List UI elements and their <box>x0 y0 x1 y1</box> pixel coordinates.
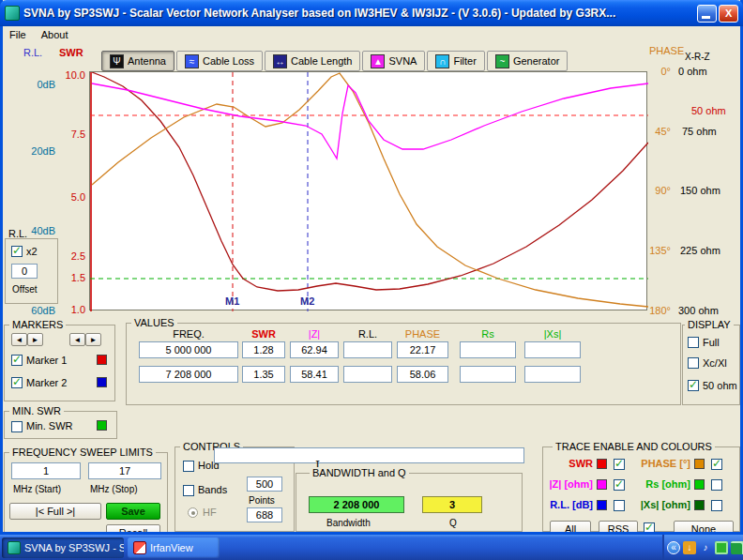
marker1-step-right-button[interactable]: ► <box>27 333 43 346</box>
marker1-checkbox[interactable] <box>11 355 23 366</box>
trace-rl-swatch <box>597 500 607 510</box>
xrz-axis-title: X-R-Z <box>685 52 710 62</box>
freq-start-field[interactable] <box>11 462 81 479</box>
swr-tick-1-5: 1.5 <box>57 272 85 283</box>
m2-rs-value <box>460 366 516 383</box>
hold-checkbox[interactable] <box>183 461 194 472</box>
trace-rss-checkbox[interactable] <box>644 522 655 532</box>
toolbar-filter-button[interactable]: ∩ Filter <box>427 51 484 71</box>
display-full-label: Full <box>703 337 720 348</box>
marker1-step-left-button[interactable]: ◄ <box>11 333 27 346</box>
points-label: Points <box>249 495 275 506</box>
trace-z-swatch <box>597 479 607 490</box>
trace-panel: TRACE ENABLE AND COLOURS SWR PHASE [°] |… <box>542 446 740 532</box>
marker2-step-left-button[interactable]: ◄ <box>69 333 85 346</box>
swr-tick-5: 5.0 <box>57 191 85 203</box>
generator-icon: ~ <box>495 54 509 68</box>
display-full-checkbox[interactable] <box>688 337 699 348</box>
hf-radio[interactable] <box>188 507 198 518</box>
recall-button[interactable]: Recall <box>106 524 160 532</box>
ohm-tick-225: 225 ohm <box>680 245 720 256</box>
m1-phase-value: 22.17 <box>397 341 448 358</box>
display-50ohm-checkbox[interactable] <box>688 380 699 391</box>
hf-label: HF <box>203 507 217 518</box>
trace-all-button[interactable]: All <box>550 521 591 532</box>
offset-field[interactable] <box>11 264 38 279</box>
trace-rl-checkbox[interactable] <box>614 500 625 511</box>
taskbar-irfanview-button[interactable]: IrfanView <box>128 537 220 558</box>
marker1-color-swatch <box>97 355 107 365</box>
toolbar-cable-length-label: Cable Length <box>291 55 352 67</box>
freq-stop-field[interactable] <box>88 462 161 479</box>
trace-xs-checkbox[interactable] <box>711 500 722 511</box>
tray-update-icon[interactable]: ↓ <box>683 541 696 554</box>
header-rs: Rs <box>460 328 516 340</box>
minimize-button[interactable] <box>697 5 717 23</box>
phase-tick-90: 90° <box>643 185 671 196</box>
x2-checkbox[interactable] <box>11 246 23 257</box>
trace-swr-checkbox[interactable] <box>614 459 625 470</box>
trace-phase-label: PHASE [°] <box>627 458 690 469</box>
points-field[interactable] <box>247 477 282 492</box>
ohm-tick-150: 150 ohm <box>680 185 720 196</box>
toolbar-generator-button[interactable]: ~ Generator <box>487 51 569 71</box>
sweep-plot[interactable]: M1 M2 <box>89 71 647 310</box>
menu-file[interactable]: File <box>9 29 26 40</box>
menu-about[interactable]: About <box>41 29 68 40</box>
phase-tick-0: 0° <box>643 66 671 77</box>
full-sweep-button[interactable]: |< Full >| <box>9 503 101 520</box>
trace-rs-checkbox[interactable] <box>711 479 722 491</box>
q-label: Q <box>449 518 457 528</box>
min-swr-panel: MIN. SWR Min. SWR <box>4 411 117 439</box>
trace-panel-title: TRACE ENABLE AND COLOURS <box>553 441 715 452</box>
marker2-step-right-button[interactable]: ► <box>85 333 101 346</box>
bandwidth-value: 2 208 000 <box>309 496 404 513</box>
band-text-input[interactable] <box>214 447 524 463</box>
taskbar-svna-button[interactable]: SVNA by SP3SWJ - S... <box>2 537 124 558</box>
tray-display-icon[interactable] <box>715 541 728 554</box>
m1-rl-value <box>343 341 392 358</box>
toolbar-cable-loss-button[interactable]: ≈ Cable Loss <box>176 51 263 71</box>
close-button[interactable] <box>719 5 738 23</box>
bands-checkbox[interactable] <box>183 485 194 496</box>
bandwidth-label: Bandwidth <box>326 518 371 528</box>
tray-volume-icon[interactable]: ♪ <box>699 541 712 554</box>
irfanview-icon <box>133 541 146 554</box>
toolbar-cable-length-button[interactable]: ↔ Cable Length <box>265 51 360 71</box>
min-swr-checkbox[interactable] <box>11 421 23 432</box>
trace-none-button[interactable]: None <box>674 521 734 532</box>
trace-rss-button[interactable]: RSS <box>599 521 638 532</box>
trace-phase-checkbox[interactable] <box>711 459 722 470</box>
points-secondary-field[interactable] <box>247 507 282 522</box>
tray-collapse-icon[interactable]: « <box>667 541 680 554</box>
display-50ohm-label: 50 ohm <box>703 380 737 391</box>
header-freq: FREQ. <box>139 328 238 340</box>
frequency-sweep-title: FREQUENCY SWEEP LIMITS <box>9 446 156 458</box>
trace-xs-label: |Xs| [ohm] <box>627 499 690 510</box>
trace-z-checkbox[interactable] <box>614 479 625 491</box>
marker2-checkbox[interactable] <box>11 377 23 388</box>
m2-freq-value[interactable]: 7 208 000 <box>139 366 238 383</box>
m1-freq-value[interactable]: 5 000 000 <box>139 341 238 358</box>
ohm-tick-50: 50 ohm <box>691 105 726 116</box>
titlebar[interactable]: SVNA by SP3SWJ - Scalar Vector Network A… <box>0 0 743 26</box>
taskbar-irfanview-label: IrfanView <box>150 542 193 553</box>
toolbar-svna-button[interactable]: ▲ SVNA <box>362 51 425 71</box>
window-title: SVNA by SP3SWJ - Scalar Vector Network A… <box>23 7 695 20</box>
display-xcxl-checkbox[interactable] <box>688 357 699 369</box>
m2-rl-value <box>343 366 392 383</box>
min-swr-label: Min. SWR <box>26 420 73 431</box>
toolbar-antenna-button[interactable]: Ψ Antenna <box>101 51 174 71</box>
markers-panel: MARKERS ◄ ► ◄ ► Marker 1 Marker 2 <box>4 325 115 401</box>
swr-axis-title: SWR <box>59 47 83 58</box>
swr-tick-1: 1.0 <box>57 304 85 315</box>
min-swr-panel-title: MIN. SWR <box>9 405 64 416</box>
tray-network-icon[interactable] <box>731 541 743 554</box>
toolbar-svna-label: SVNA <box>388 55 417 67</box>
save-button[interactable]: Save <box>106 503 160 520</box>
ohm-tick-0: 0 ohm <box>678 66 707 77</box>
x2-label: x2 <box>26 246 38 257</box>
rl-tick-20db: 20dB <box>20 145 55 157</box>
trace-rs-label: Rs [ohm] <box>627 478 690 490</box>
header-xs: |Xs| <box>524 328 581 340</box>
